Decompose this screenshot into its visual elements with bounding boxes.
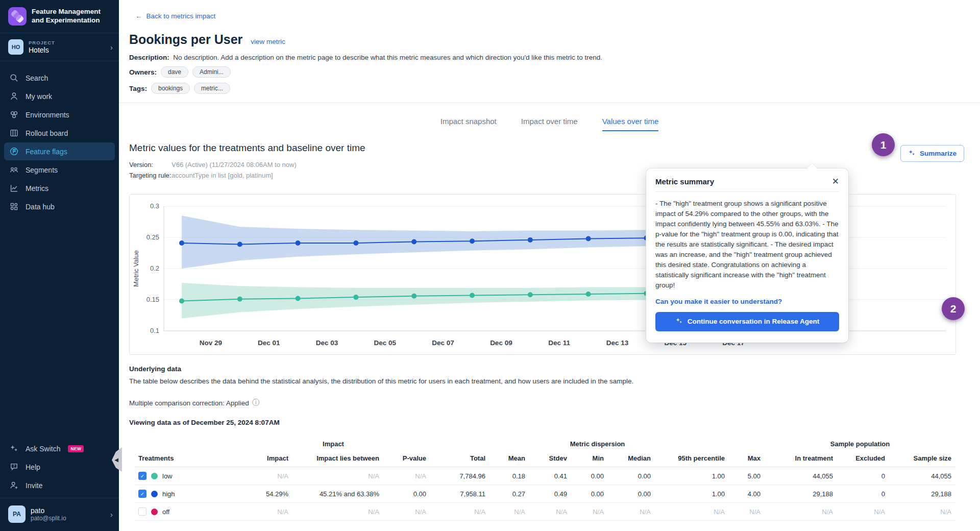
table-cell: 0.00 [383,485,430,503]
treatment-checkbox-high[interactable]: ✓ [138,490,146,498]
version-info: Version:V66 (Active) (11/27/2024 08:06AM… [129,159,980,181]
chevron-right-icon: › [110,43,113,52]
svg-text:Dec 07: Dec 07 [432,339,454,347]
summarize-button[interactable]: Summarize [900,145,964,162]
table-cell: 0.00 [608,467,655,485]
svg-text:0.25: 0.25 [146,233,159,241]
tab-impact-snapshot[interactable]: Impact snapshot [440,117,497,131]
table-cell: 1.00 [655,485,729,503]
tab-impact-over-time[interactable]: Impact over time [521,117,578,131]
tag-pill[interactable]: bookings [151,83,190,94]
table-cell: N/A [655,503,729,521]
version-label: Version: [129,159,172,170]
chart-section-title: Metric values for the treatments and bas… [129,142,980,154]
column-header-p-value: P-value [383,450,430,467]
table-cell: 0.27 [489,485,529,503]
targeting-rule-value: accountType in list [gold, platinum] [172,172,273,179]
treatment-checkbox-off[interactable] [138,508,146,516]
table-cell: N/A [236,503,292,521]
sidebar-item-environments[interactable]: Environments [4,106,115,124]
sidebar-item-my-work[interactable]: My work [4,87,115,105]
table-cell: 5.00 [729,467,765,485]
sidebar-item-feature-flags[interactable]: Feature flags [4,142,115,160]
project-label: PROJECT [29,40,105,45]
column-header-total: Total [430,450,489,467]
info-icon[interactable]: ⓘ [252,398,259,407]
tab-bar: Impact snapshotImpact over timeValues ov… [119,117,980,131]
project-selector[interactable]: HO PROJECT Hotels › [0,33,119,61]
table-cell: N/A [608,503,655,521]
svg-text:Dec 09: Dec 09 [490,339,512,347]
table-cell: 0.00 [571,485,608,503]
tab-values-over-time[interactable]: Values over time [602,117,659,131]
svg-text:?: ? [13,464,15,468]
table-cell: N/A [236,467,292,485]
ask-switch-icon [9,444,19,453]
sidebar-item-label: Help [26,463,40,471]
step-badge-2: 2 [942,297,965,320]
sidebar-item-label: Invite [26,481,42,490]
table-cell: 1.00 [655,467,729,485]
sidebar-item-rollout-board[interactable]: Rollout board [4,124,115,142]
column-header-impact-lies-between: Impact lies between [292,450,383,467]
split-logo-icon [8,7,27,26]
treatment-name: low [162,472,173,480]
feature-flags-icon [9,147,19,156]
arrow-left-icon: ← [135,12,142,20]
svg-text:0.3: 0.3 [150,202,159,210]
owner-pill[interactable]: dave [161,66,188,78]
sidebar-item-search[interactable]: Search [4,69,115,87]
version-value: V66 (Active) (11/27/2024 08:06AM to now) [172,161,297,168]
close-icon[interactable]: ✕ [832,177,839,186]
table-cell: 29,188 [765,485,837,503]
sidebar-item-label: My work [26,92,52,101]
table-cell: N/A [889,503,955,521]
owner-pill[interactable]: Admini... [192,66,231,78]
sidebar-item-segments[interactable]: Segments [4,161,115,179]
table-cell: 0.49 [529,485,571,503]
search-icon [9,73,19,83]
back-link[interactable]: ← Back to metrics impact [135,12,215,20]
sidebar-item-data-hub[interactable]: Data hub [4,198,115,215]
sidebar-item-help[interactable]: ? Help [4,458,115,476]
view-metric-link[interactable]: view metric [251,38,285,45]
svg-text:Dec 01: Dec 01 [258,339,280,347]
my-work-icon [9,91,19,101]
segments-icon [9,165,19,175]
treatment-dot-low [151,473,158,479]
treatment-dot-off [151,509,158,515]
sidebar: Feature Management and Experimentation H… [0,0,119,531]
table-cell: 7,784.96 [430,467,489,485]
user-email: pato@split.io [31,515,105,522]
table-cell: N/A [383,467,430,485]
tags-line: Tags: bookingsmetric... [129,83,980,94]
user-menu[interactable]: PA pato pato@split.io › [0,498,119,531]
table-cell: N/A [765,503,837,521]
continue-conversation-button[interactable]: Continue conversation in Release Agent [655,312,839,331]
rollout-board-icon [9,128,19,138]
avatar: PA [8,505,26,523]
project-name: Hotels [29,46,105,54]
table-cell: N/A [529,503,571,521]
tag-pill[interactable]: metric... [194,83,230,94]
environments-icon [9,110,19,119]
table-cell: N/A [292,467,383,485]
invite-icon [9,480,19,490]
table-cell: N/A [837,503,889,521]
table-cell: 0.41 [529,467,571,485]
svg-text:Metric Value: Metric Value [132,250,140,286]
svg-text:Dec 05: Dec 05 [374,339,397,347]
table-group-treatments [134,436,236,450]
sidebar-item-label: Segments [26,166,58,174]
sidebar-item-metrics[interactable]: Metrics [4,179,115,197]
app-title: Feature Management and Experimentation [32,8,112,25]
table-cell: N/A [729,503,765,521]
sidebar-item-ask-switch[interactable]: Ask Switch NEW [4,440,115,457]
easier-to-understand-link[interactable]: Can you make it easier to understand? [655,298,839,305]
correction-line: Multiple comparison correction: Applied … [129,398,980,407]
svg-text:Dec 03: Dec 03 [316,339,338,347]
treatment-checkbox-low[interactable]: ✓ [138,472,146,480]
sidebar-item-invite[interactable]: Invite [4,476,115,494]
table-cell: N/A [292,503,383,521]
sidebar-item-label: Ask Switch [26,445,60,453]
